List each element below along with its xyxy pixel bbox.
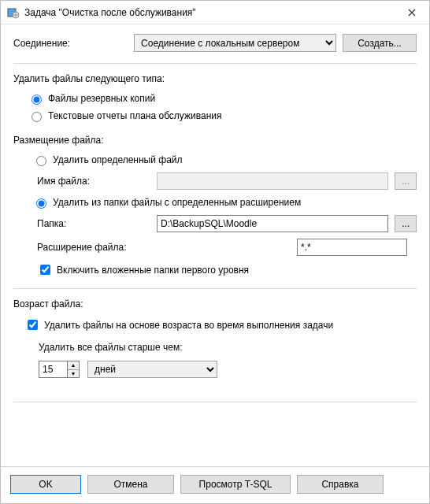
help-button[interactable]: Справка [297,475,384,494]
extension-input[interactable] [297,239,407,256]
close-icon[interactable] [396,2,428,24]
file-location-label: Размещение файла: [13,135,417,146]
footer: OK Отмена Просмотр T-SQL Справка [1,466,429,503]
radio-specific-label: Удалить определенный файл [53,154,183,165]
view-tsql-button[interactable]: Просмотр T-SQL [180,475,291,494]
delete-by-age[interactable]: Удалить файлы на основе возраста во врем… [24,317,417,332]
include-subfolders[interactable]: Включить вложенные папки первого уровня [37,262,417,277]
radio-specific-file[interactable]: Удалить определенный файл [32,154,417,166]
spinner-arrows[interactable]: ▲ ▼ [67,361,80,378]
radio-backup-files[interactable]: Файлы резервных копий [28,92,417,105]
radio-text-reports[interactable]: Текстовые отчеты плана обслуживания [28,109,417,122]
create-connection-button[interactable]: Создать... [343,34,417,52]
radio-text-input[interactable] [32,112,42,122]
separator [13,63,417,64]
delete-by-age-label: Удалить файлы на основе возраста во врем… [44,320,333,331]
age-spinner[interactable]: ▲ ▼ [39,361,80,378]
content-area: Соединение: Соединение с локальным серве… [1,24,429,466]
radio-folder-label: Удалить из папки файлы с определенным ра… [53,197,301,208]
radio-backup-label: Файлы резервных копий [48,93,155,104]
separator-3 [13,402,417,402]
titlebar: Задача "Очистка после обслуживания" [1,1,429,24]
connection-row: Соединение: Соединение с локальным серве… [13,34,417,52]
filename-input [157,172,388,190]
task-icon [7,6,20,19]
folder-row: Папка: ... [37,215,417,232]
folder-label: Папка: [37,218,157,229]
age-value-input[interactable] [39,361,67,378]
cancel-button[interactable]: Отмена [87,475,174,494]
extension-label: Расширение файла: [37,242,297,253]
folder-browse-button[interactable]: ... [395,215,417,232]
filename-browse-button: ... [395,172,417,190]
separator-2 [13,288,417,289]
include-sub-label: Включить вложенные папки первого уровня [57,265,249,276]
spinner-down-icon[interactable]: ▼ [68,370,79,378]
ok-button[interactable]: OK [10,475,81,494]
folder-input[interactable] [157,215,388,232]
radio-specific-input[interactable] [36,156,46,166]
title-text: Задача "Очистка после обслуживания" [24,7,396,18]
filename-label: Имя файла: [37,176,157,187]
file-age-label: Возраст файла: [13,298,417,309]
radio-folder-input[interactable] [36,198,46,209]
connection-select[interactable]: Соединение с локальным сервером [134,34,336,52]
filename-row: Имя файла: ... [37,172,417,190]
include-sub-checkbox[interactable] [40,265,50,275]
extension-row: Расширение файла: [37,239,417,256]
radio-text-label: Текстовые отчеты плана обслуживания [48,110,221,121]
older-than-label: Удалить все файлы старше чем: [39,342,417,353]
delete-by-age-checkbox[interactable] [28,320,38,330]
delete-type-label: Удалить файлы следующего типа: [13,73,417,84]
radio-folder-ext[interactable]: Удалить из папки файлы с определенным ра… [32,196,417,209]
dialog-window: Задача "Очистка после обслуживания" Соед… [0,0,430,504]
radio-backup-input[interactable] [32,94,42,105]
age-controls: ▲ ▼ дней [39,361,417,378]
connection-label: Соединение: [13,38,134,49]
spinner-up-icon[interactable]: ▲ [68,361,79,370]
age-unit-select[interactable]: дней [87,361,217,378]
